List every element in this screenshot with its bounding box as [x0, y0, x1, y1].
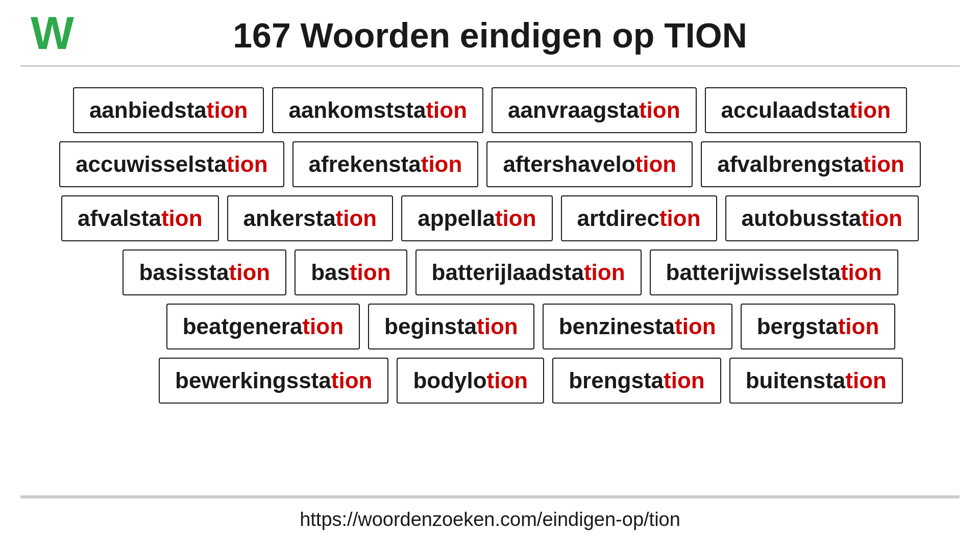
word-suffix: tion [861, 206, 902, 231]
word-row-3: basisstationbastionbatterijlaadstationba… [20, 249, 960, 295]
word-suffix: tion [229, 260, 271, 285]
word-card: bewerkingsstation [159, 358, 388, 404]
word-suffix: tion [639, 97, 680, 122]
word-text: aankomststation [288, 97, 467, 123]
word-suffix: tion [838, 314, 879, 339]
page-title: 167 Woorden eindigen op TION [233, 15, 747, 55]
word-text: afrekenstation [309, 152, 462, 177]
word-card: aankomststation [272, 87, 483, 133]
word-text: acculaadstation [721, 97, 891, 123]
word-card: brengstation [552, 358, 721, 404]
word-text: basisstation [139, 260, 270, 285]
word-card: afvalbrengstation [701, 141, 921, 187]
word-row-0: aanbiedstationaankomststationaanvraagsta… [20, 87, 960, 133]
word-grid: aanbiedstationaankomststationaanvraagsta… [0, 67, 980, 495]
word-text: bergstation [757, 314, 879, 339]
word-row-4: beatgenerationbeginstationbenzinestation… [20, 304, 960, 349]
logo: W [31, 10, 74, 56]
word-suffix: tion [863, 152, 904, 177]
word-text: bewerkingsstation [175, 368, 372, 393]
word-card: aanvraagstation [492, 87, 696, 133]
word-suffix: tion [350, 260, 391, 285]
word-suffix: tion [227, 152, 268, 177]
word-suffix: tion [302, 314, 344, 339]
word-text: bodylotion [413, 368, 528, 393]
word-suffix: tion [635, 152, 677, 177]
word-card: ankerstation [227, 195, 394, 241]
word-text: batterijwisselstation [666, 260, 882, 285]
word-card: benzinestation [543, 304, 732, 349]
word-card: appellation [401, 195, 552, 241]
word-card: beginstation [368, 304, 534, 349]
word-card: batterijlaadstation [415, 249, 642, 295]
word-text: aftershavelotion [503, 152, 676, 177]
word-text: afvalbrengstation [717, 152, 904, 177]
word-card: bergstation [741, 304, 896, 349]
word-suffix: tion [336, 206, 377, 231]
word-card: buitenstation [729, 358, 903, 404]
word-card: aanbiedstation [73, 87, 264, 133]
word-suffix: tion [675, 314, 716, 339]
word-card: afvalstation [61, 195, 219, 241]
word-text: brengstation [569, 368, 704, 393]
word-row-2: afvalstationankerstationappellationartdi… [20, 195, 960, 241]
footer-url: https://woordenzoeken.com/eindigen-op/ti… [300, 509, 680, 530]
word-card: acculaadstation [705, 87, 908, 133]
word-card: afrekenstation [292, 141, 479, 187]
word-text: beatgeneration [183, 314, 344, 339]
word-text: buitenstation [746, 368, 887, 393]
word-row-5: bewerkingsstationbodylotionbrengstationb… [20, 358, 960, 404]
footer: https://woordenzoeken.com/eindigen-op/ti… [20, 497, 960, 541]
word-suffix: tion [487, 368, 528, 393]
word-text: accuwisselstation [76, 152, 268, 177]
word-suffix: tion [664, 368, 705, 393]
word-text: aanvraagstation [508, 97, 680, 123]
word-text: batterijlaadstation [432, 260, 625, 285]
word-suffix: tion [331, 368, 373, 393]
word-text: autobusstation [742, 206, 902, 231]
word-row-1: accuwisselstationafrekenstationaftershav… [20, 141, 960, 187]
word-suffix: tion [161, 206, 203, 231]
word-card: accuwisselstation [59, 141, 284, 187]
word-suffix: tion [207, 97, 248, 122]
word-text: benzinestation [559, 314, 716, 339]
word-card: basisstation [122, 249, 286, 295]
word-text: artdirection [577, 206, 701, 231]
word-text: afvalstation [78, 206, 203, 231]
word-card: bodylotion [397, 358, 544, 404]
word-text: bastion [311, 260, 390, 285]
word-text: beginstation [384, 314, 518, 339]
word-suffix: tion [477, 314, 518, 339]
word-suffix: tion [495, 206, 536, 231]
word-suffix: tion [841, 260, 882, 285]
word-card: artdirection [561, 195, 717, 241]
word-suffix: tion [421, 152, 462, 177]
word-suffix: tion [849, 97, 891, 122]
word-text: ankerstation [243, 206, 377, 231]
word-suffix: tion [659, 206, 701, 231]
word-card: autobusstation [725, 195, 919, 241]
word-card: beatgeneration [166, 304, 360, 349]
word-card: bastion [295, 249, 407, 295]
word-suffix: tion [584, 260, 625, 285]
word-suffix: tion [845, 368, 887, 393]
word-text: appellation [418, 206, 536, 231]
word-text: aanbiedstation [89, 97, 248, 123]
page-header: W 167 Woorden eindigen op TION [0, 0, 980, 65]
word-card: aftershavelotion [486, 141, 693, 187]
word-suffix: tion [426, 97, 467, 122]
word-card: batterijwisselstation [650, 249, 898, 295]
